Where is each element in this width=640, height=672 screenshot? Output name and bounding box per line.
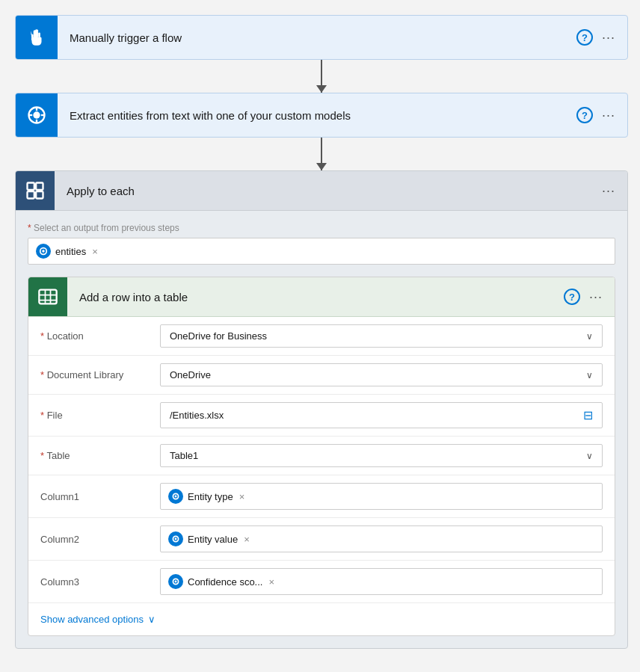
svg-point-24 — [175, 496, 177, 498]
add-row-actions: ? ··· — [564, 289, 615, 305]
file-value: /Entities.xlsx ⊟ — [160, 402, 603, 428]
trigger-icon — [16, 16, 58, 59]
arrow-line-1 — [321, 60, 322, 93]
file-browse-icon[interactable]: ⊟ — [583, 408, 593, 422]
extract-more-icon[interactable]: ··· — [602, 108, 615, 123]
entities-token-close[interactable]: × — [92, 246, 98, 257]
extract-icon — [16, 93, 58, 137]
entity-type-icon — [168, 489, 183, 504]
table-chevron: ∨ — [586, 451, 593, 461]
apply-actions: ··· — [602, 183, 627, 199]
location-text: OneDrive for Business — [170, 330, 267, 342]
add-row-help-icon[interactable]: ? — [564, 289, 580, 305]
extract-actions: ? ··· — [576, 107, 627, 123]
svg-rect-1 — [34, 30, 36, 37]
show-advanced-label: Show advanced options — [40, 614, 144, 625]
column2-input[interactable]: Entity value × — [160, 525, 603, 552]
doclibrary-label: Document Library — [40, 369, 160, 380]
show-advanced-chevron: ∨ — [148, 614, 156, 625]
add-row-header: Add a row into a table ? ··· — [28, 277, 615, 317]
apply-each-block: Apply to each ··· Select an output from … — [15, 170, 628, 649]
add-row-title: Add a row into a table — [67, 291, 564, 303]
svg-point-26 — [175, 538, 177, 540]
svg-point-7 — [33, 111, 40, 118]
trigger-help-icon[interactable]: ? — [576, 29, 593, 46]
apply-body: Select an output from previous steps ent… — [16, 211, 627, 648]
apply-title: Apply to each — [55, 185, 602, 197]
location-label: Location — [40, 330, 160, 342]
apply-more-icon[interactable]: ··· — [602, 183, 615, 199]
form-row-table: Table Table1 ∨ — [28, 437, 615, 475]
file-label: File — [40, 410, 160, 421]
column3-input[interactable]: Confidence sco... × — [160, 568, 603, 595]
column1-value: Entity type × — [160, 483, 603, 510]
trigger-step: Manually trigger a flow ? ··· — [15, 15, 628, 60]
form-row-column1: Column1 Entity type × — [28, 475, 615, 518]
entities-token-label: entities — [55, 246, 86, 257]
column2-value: Entity value × — [160, 525, 603, 552]
doclibrary-value: OneDrive ∨ — [160, 363, 603, 386]
location-chevron: ∨ — [586, 331, 593, 342]
svg-rect-15 — [36, 191, 43, 198]
entities-token-icon — [36, 244, 51, 259]
form-row-location: Location OneDrive for Business ∨ — [28, 317, 615, 356]
column3-value: Confidence sco... × — [160, 568, 603, 595]
entity-type-label: Entity type — [188, 491, 233, 502]
location-value: OneDrive for Business ∨ — [160, 324, 603, 348]
svg-rect-14 — [28, 191, 34, 198]
extract-step: Extract entities from text with one of y… — [15, 93, 628, 138]
trigger-more-icon[interactable]: ··· — [602, 30, 615, 46]
form-row-column2: Column2 Entity value × — [28, 518, 615, 561]
svg-point-17 — [42, 250, 44, 252]
svg-point-28 — [175, 581, 177, 583]
confidence-icon — [168, 574, 183, 589]
table-value: Table1 ∨ — [160, 444, 603, 467]
file-field[interactable]: /Entities.xlsx ⊟ — [160, 402, 603, 428]
svg-rect-2 — [36, 31, 38, 37]
doclibrary-chevron: ∨ — [586, 370, 593, 380]
svg-rect-5 — [31, 37, 40, 40]
file-text: /Entities.xlsx — [170, 410, 224, 421]
arrow-1 — [15, 60, 628, 93]
svg-rect-12 — [28, 183, 34, 190]
arrow-2 — [15, 138, 628, 170]
table-label: Table — [40, 450, 160, 461]
entity-type-close[interactable]: × — [239, 491, 245, 502]
entity-value-close[interactable]: × — [244, 534, 250, 545]
extract-title: Extract entities from text with one of y… — [58, 109, 576, 122]
show-advanced-button[interactable]: Show advanced options ∨ — [28, 603, 615, 635]
svg-rect-13 — [36, 183, 43, 190]
column3-label: Column3 — [40, 576, 160, 588]
entity-value-token: Entity value — [168, 531, 238, 546]
entity-value-label: Entity value — [188, 534, 238, 545]
entity-type-token: Entity type — [168, 489, 233, 504]
doclibrary-dropdown[interactable]: OneDrive ∨ — [160, 363, 603, 386]
form-row-column3: Column3 Confidence sco... × — [28, 561, 615, 603]
entity-value-icon — [168, 531, 183, 546]
apply-header: Apply to each ··· — [16, 171, 627, 211]
flow-canvas: Manually trigger a flow ? ··· Extract en… — [15, 15, 628, 649]
column1-label: Column1 — [40, 491, 160, 502]
form-row-doclibrary: Document Library OneDrive ∨ — [28, 356, 615, 395]
table-text: Table1 — [170, 450, 198, 461]
confidence-label: Confidence sco... — [188, 576, 262, 588]
add-row-more-icon[interactable]: ··· — [589, 289, 603, 305]
apply-icon — [16, 171, 55, 210]
table-dropdown[interactable]: Table1 ∨ — [160, 444, 603, 467]
token-input-area[interactable]: entities × — [28, 238, 615, 265]
confidence-close[interactable]: × — [268, 576, 274, 588]
extract-help-icon[interactable]: ? — [576, 107, 593, 123]
trigger-actions: ? ··· — [576, 29, 627, 46]
entities-token: entities — [36, 244, 86, 259]
add-row-form: Location OneDrive for Business ∨ Documen… — [28, 317, 615, 635]
doclibrary-text: OneDrive — [170, 369, 211, 380]
arrow-line-2 — [321, 138, 322, 170]
add-row-card: Add a row into a table ? ··· Location On… — [28, 277, 615, 636]
confidence-token: Confidence sco... — [168, 574, 262, 589]
form-row-file: File /Entities.xlsx ⊟ — [28, 395, 615, 437]
column1-input[interactable]: Entity type × — [160, 483, 603, 510]
trigger-title: Manually trigger a flow — [58, 31, 576, 44]
column2-label: Column2 — [40, 534, 160, 545]
svg-rect-3 — [38, 33, 40, 38]
location-dropdown[interactable]: OneDrive for Business ∨ — [160, 324, 603, 348]
